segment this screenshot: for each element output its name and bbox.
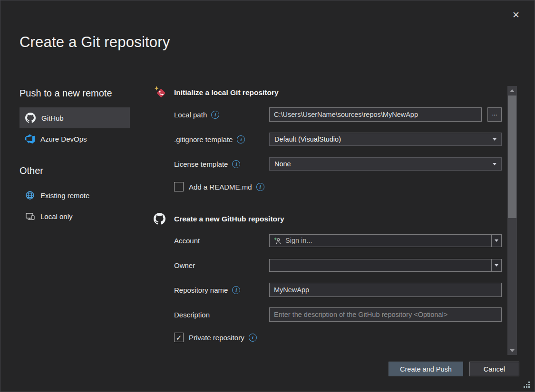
page-title: Create a Git repository [19,34,170,51]
info-icon[interactable]: i [232,286,240,294]
create-git-repository-dialog: ✕ Create a Git repository Push to a new … [0,0,535,392]
sidebar-item-label: GitHub [41,114,64,122]
new-repository-icon [154,86,166,99]
gitignore-template-dropdown[interactable]: Default (VisualStudio) [269,133,502,146]
push-section-title: Push to a new remote [19,88,130,99]
readme-label: Add a README.md [189,183,252,191]
license-template-value: None [274,160,291,168]
readme-row: Add a README.md i [154,182,502,192]
description-input[interactable] [269,307,502,322]
resize-grip[interactable] [524,382,530,388]
browse-button[interactable]: ... [487,107,502,122]
other-section-title: Other [19,165,130,176]
gitignore-row: .gitignore template i Default (VisualStu… [154,132,502,146]
computer-icon [25,211,35,221]
init-section-title: Initialize a local Git repository [174,88,279,97]
triangle-down-icon [510,349,515,352]
repository-name-input[interactable] [269,283,502,297]
license-template-dropdown[interactable]: None [269,157,502,171]
readme-checkbox[interactable] [174,182,184,191]
account-value: Sign in... [285,237,312,244]
local-path-label: Local path [174,111,207,119]
chevron-down-icon [493,163,496,165]
github-icon [25,113,36,123]
info-icon[interactable]: i [256,183,264,191]
github-section-title: Create a new GitHub repository [174,215,284,223]
account-label: Account [174,237,200,245]
main-panel: Initialize a local Git repository Local … [154,86,502,343]
scrollbar-thumb[interactable] [508,96,516,218]
triangle-up-icon [510,89,515,92]
sidebar-item-label: Existing remote [40,191,89,200]
chevron-down-icon [495,264,498,267]
sidebar-item-github[interactable]: GitHub [19,107,130,128]
owner-row: Owner [154,258,502,272]
scroll-up-button[interactable] [507,86,517,95]
github-section-header: Create a new GitHub repository [154,213,502,225]
sidebar-item-label: Azure DevOps [40,135,87,143]
vertical-scrollbar[interactable] [507,86,517,355]
owner-dropdown-button[interactable] [491,259,501,271]
chevron-down-icon [493,138,496,141]
sidebar-item-azure-devops[interactable]: Azure DevOps [19,128,130,149]
check-icon: ✓ [176,334,182,341]
private-repository-row: ✓ Private repository i [154,332,502,343]
sidebar: Push to a new remote GitHub Azure DevOps… [19,88,130,227]
footer-buttons: Create and Push Cancel [389,362,519,376]
info-icon[interactable]: i [211,111,219,119]
cancel-button[interactable]: Cancel [469,362,519,376]
local-path-input[interactable] [269,107,482,122]
license-row: License template i None [154,157,502,171]
private-repository-label: Private repository [189,334,244,342]
account-combo[interactable]: Sign in... [269,234,502,247]
owner-label: Owner [174,261,195,269]
info-icon[interactable]: i [232,160,240,168]
repository-name-label: Repository name [174,286,228,294]
account-dropdown-button[interactable] [491,235,501,247]
license-template-label: License template [174,160,228,168]
owner-combo[interactable] [269,259,502,272]
owner-value-area[interactable] [270,259,491,271]
private-repository-checkbox[interactable]: ✓ [174,333,184,342]
description-row: Description [154,307,502,322]
local-path-row: Local path i ... [154,107,502,122]
gitignore-template-value: Default (VisualStudio) [274,135,341,143]
gitignore-template-label: .gitignore template [174,135,233,143]
sidebar-item-existing-remote[interactable]: Existing remote [19,185,130,206]
azure-devops-icon [25,134,35,143]
info-icon[interactable]: i [249,334,257,342]
create-and-push-button[interactable]: Create and Push [389,362,463,376]
scroll-down-button[interactable] [507,346,517,354]
init-section-header: Initialize a local Git repository [154,86,502,99]
description-label: Description [174,311,210,319]
account-sign-in-area[interactable]: Sign in... [270,235,491,247]
globe-icon [25,191,35,200]
github-icon [154,213,166,225]
chevron-down-icon [495,239,498,242]
sign-in-user-icon [273,237,282,244]
repository-name-row: Repository name i [154,283,502,297]
sidebar-item-label: Local only [40,212,73,220]
info-icon[interactable]: i [237,135,245,143]
account-row: Account Sign in... [154,233,502,248]
close-button[interactable]: ✕ [508,7,524,22]
sidebar-item-local-only[interactable]: Local only [19,206,130,227]
